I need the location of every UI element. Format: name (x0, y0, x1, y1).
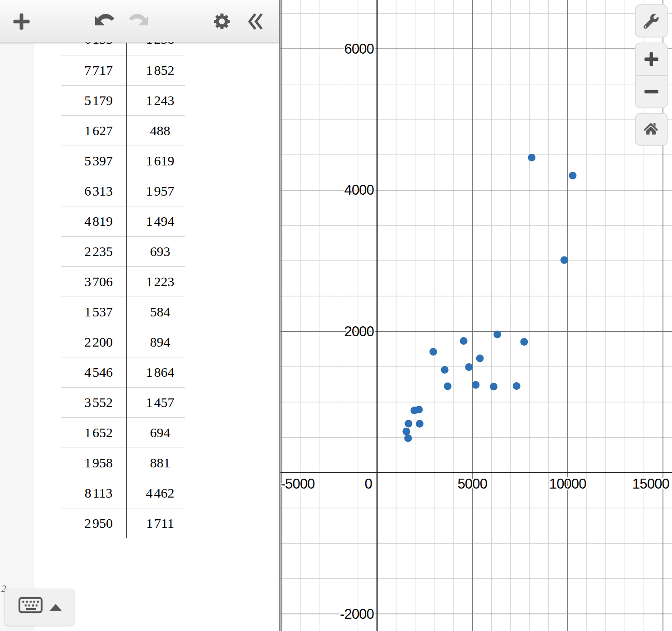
svg-text:6000: 6000 (344, 41, 374, 57)
svg-text:5000: 5000 (457, 476, 487, 492)
svg-text:0: 0 (365, 476, 373, 492)
svg-text:2000: 2000 (344, 324, 374, 339)
svg-text:-2000: -2000 (340, 606, 374, 622)
svg-text:10000: 10000 (549, 476, 586, 492)
svg-text:-5000: -5000 (281, 476, 315, 492)
svg-text:15000: 15000 (632, 476, 670, 492)
svg-text:4000: 4000 (344, 182, 374, 198)
